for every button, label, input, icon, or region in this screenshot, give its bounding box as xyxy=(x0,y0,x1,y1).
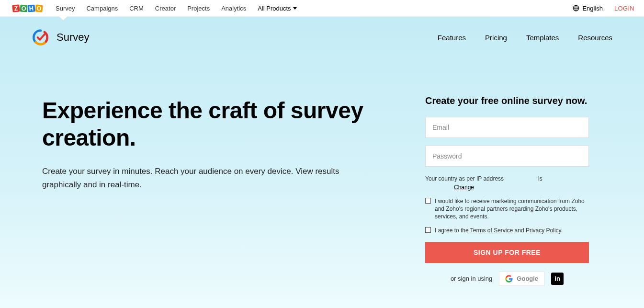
terms-agree-checkbox[interactable] xyxy=(425,227,431,233)
nav-all-products[interactable]: All Products xyxy=(258,5,296,12)
chevron-down-icon xyxy=(293,7,297,10)
country-prefix: Your country as per IP address xyxy=(425,175,504,182)
zoho-logo-letter: H xyxy=(27,4,35,12)
app-nav-resources[interactable]: Resources xyxy=(578,34,612,42)
email-field[interactable] xyxy=(425,117,589,138)
active-nav-pointer-icon xyxy=(59,16,67,20)
change-country-link[interactable]: Change xyxy=(454,184,474,191)
survey-logo-icon xyxy=(32,28,50,46)
signup-form: Create your free online survey now. Your… xyxy=(425,95,589,286)
terms-agree-text: I agree to the Terms of Service and Priv… xyxy=(435,227,563,234)
app-nav: Features Pricing Templates Resources xyxy=(438,34,612,42)
country-value xyxy=(506,175,536,182)
app-brand[interactable]: Survey xyxy=(32,28,89,46)
password-field[interactable] xyxy=(425,146,589,167)
zoho-logo-letter: Z xyxy=(12,4,20,12)
app-header: Survey Features Pricing Templates Resour… xyxy=(0,17,644,51)
nav-analytics[interactable]: Analytics xyxy=(221,5,246,12)
linkedin-icon: in xyxy=(554,275,560,282)
terms-of-service-link[interactable]: Terms of Service xyxy=(470,227,513,234)
nav-projects[interactable]: Projects xyxy=(187,5,210,12)
app-nav-pricing[interactable]: Pricing xyxy=(485,34,507,42)
country-change-row: Change xyxy=(425,184,589,191)
hero-copy: Experience the craft of survey creation.… xyxy=(42,97,396,192)
app-nav-templates[interactable]: Templates xyxy=(526,34,559,42)
terms-agree-row: I agree to the Terms of Service and Priv… xyxy=(425,227,589,234)
language-label: English xyxy=(582,5,603,12)
nav-all-products-label: All Products xyxy=(258,5,291,12)
nav-survey[interactable]: Survey xyxy=(56,5,75,12)
nav-campaigns[interactable]: Campaigns xyxy=(86,5,118,12)
zoho-logo[interactable]: Z O H O xyxy=(12,5,43,12)
topbar-right: English LOGIN xyxy=(573,5,634,12)
privacy-policy-link[interactable]: Privacy Policy xyxy=(526,227,561,234)
agree-mid: and xyxy=(513,227,526,234)
hero-section: Survey Features Pricing Templates Resour… xyxy=(0,17,644,308)
google-icon xyxy=(505,275,513,283)
agree-suffix: . xyxy=(561,227,563,234)
marketing-consent-checkbox[interactable] xyxy=(425,198,431,204)
global-nav: Survey Campaigns CRM Creator Projects An… xyxy=(56,5,297,12)
signup-title: Create your free online survey now. xyxy=(425,95,589,106)
alt-signin-row: or sign in using Google in xyxy=(425,272,589,286)
app-nav-features[interactable]: Features xyxy=(438,34,466,42)
global-topbar: Z O H O Survey Campaigns CRM Creator Pro… xyxy=(0,0,644,17)
linkedin-signin-button[interactable]: in xyxy=(551,273,564,285)
app-name: Survey xyxy=(56,31,89,44)
marketing-consent-text: I would like to receive marketing commun… xyxy=(435,197,589,221)
hero-headline: Experience the craft of survey creation. xyxy=(42,97,396,151)
country-detect-text: Your country as per IP address is xyxy=(425,175,589,182)
country-suffix: is xyxy=(538,175,542,182)
marketing-consent-row: I would like to receive marketing commun… xyxy=(425,197,589,221)
nav-creator[interactable]: Creator xyxy=(155,5,176,12)
zoho-logo-letter: O xyxy=(35,4,43,12)
google-signin-label: Google xyxy=(517,275,538,282)
google-signin-button[interactable]: Google xyxy=(499,272,544,286)
nav-crm[interactable]: CRM xyxy=(129,5,144,12)
hero-subhead: Create your survey in minutes. Reach you… xyxy=(42,165,349,192)
agree-prefix: I agree to the xyxy=(435,227,470,234)
hero-body: Experience the craft of survey creation.… xyxy=(0,51,644,286)
globe-icon xyxy=(573,5,579,11)
alt-signin-label: or sign in using xyxy=(451,275,492,282)
zoho-logo-letter: O xyxy=(20,4,27,12)
language-selector[interactable]: English xyxy=(573,5,603,12)
signup-button[interactable]: SIGN UP FOR FREE xyxy=(425,242,589,263)
login-link[interactable]: LOGIN xyxy=(614,5,634,12)
